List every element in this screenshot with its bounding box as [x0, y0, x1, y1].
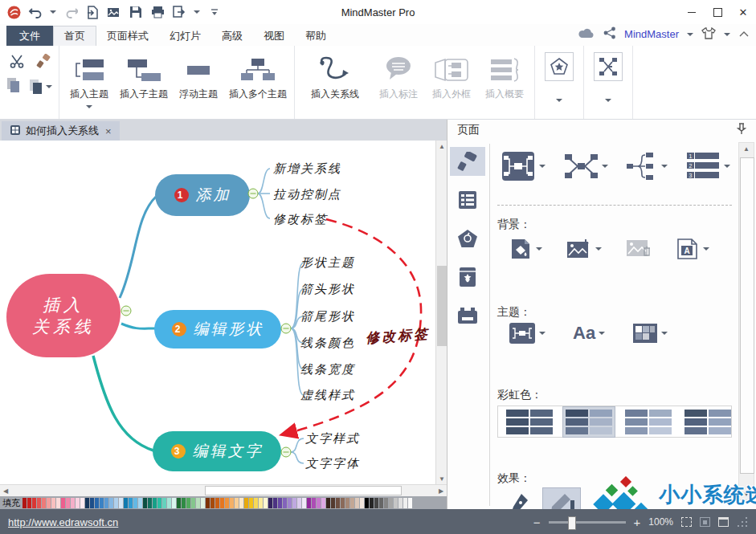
- layout-mindmap-caret[interactable]: [539, 165, 546, 168]
- color-swatch[interactable]: [119, 498, 123, 508]
- vertical-scroll-thumb[interactable]: [437, 266, 447, 346]
- color-swatch[interactable]: [191, 498, 195, 508]
- insert-frame-button[interactable]: 插入外框: [425, 51, 478, 103]
- color-swatch[interactable]: [172, 498, 176, 508]
- color-swatch[interactable]: [129, 498, 133, 508]
- insert-topic-button[interactable]: 插入主题: [63, 51, 116, 110]
- collapse-edit-text[interactable]: [281, 447, 292, 458]
- subtopic[interactable]: 拉动控制点: [273, 187, 341, 202]
- customize-toolbar-icon[interactable]: [207, 5, 222, 19]
- panel-scroll-up-icon[interactable]: ▲: [739, 143, 754, 154]
- tab-advanced[interactable]: 高级: [211, 26, 253, 46]
- pin-icon[interactable]: [737, 123, 746, 137]
- color-swatch[interactable]: [104, 498, 108, 508]
- color-swatch[interactable]: [389, 498, 393, 508]
- insert-callout-button[interactable]: 插入标注: [372, 51, 425, 103]
- color-swatch[interactable]: [177, 498, 181, 508]
- zoom-slider[interactable]: [549, 521, 626, 524]
- color-swatch[interactable]: [162, 498, 166, 508]
- color-swatch[interactable]: [206, 498, 210, 508]
- color-swatch[interactable]: [100, 498, 104, 508]
- color-swatch[interactable]: [27, 498, 31, 508]
- color-swatch[interactable]: [201, 498, 205, 508]
- topic-edit-shape[interactable]: 2 编辑形状: [154, 310, 281, 349]
- subtopic[interactable]: 文字字体: [305, 456, 360, 471]
- insert-subtopic-button[interactable]: 插入子主题: [116, 51, 172, 103]
- rainbow-option-3[interactable]: [622, 406, 675, 438]
- horizontal-scroll-thumb[interactable]: [205, 486, 402, 495]
- color-swatch[interactable]: [32, 498, 36, 508]
- color-swatch[interactable]: [51, 498, 55, 508]
- color-swatch[interactable]: [350, 498, 354, 508]
- color-swatch[interactable]: [167, 498, 171, 508]
- theme-color-caret[interactable]: [661, 332, 668, 335]
- color-swatch[interactable]: [394, 498, 398, 508]
- color-swatch[interactable]: [307, 498, 311, 508]
- insert-relation-button[interactable]: 插入关系线: [298, 51, 372, 103]
- color-swatch[interactable]: [379, 498, 383, 508]
- color-swatch[interactable]: [249, 498, 253, 508]
- document-tab-close-icon[interactable]: ×: [105, 125, 112, 137]
- color-swatch[interactable]: [321, 498, 325, 508]
- color-swatch[interactable]: [278, 498, 282, 508]
- scroll-down-icon[interactable]: ▼: [436, 473, 447, 484]
- color-swatch[interactable]: [210, 498, 215, 508]
- tab-file[interactable]: 文件: [6, 26, 53, 46]
- background-fill-caret[interactable]: [536, 247, 542, 251]
- panel-tab-clipart[interactable]: [450, 224, 485, 253]
- color-swatch[interactable]: [370, 498, 374, 508]
- color-swatch[interactable]: [273, 498, 277, 508]
- color-swatch[interactable]: [345, 498, 349, 508]
- color-swatch[interactable]: [37, 498, 41, 508]
- format-painter-icon[interactable]: [36, 54, 51, 71]
- color-swatch[interactable]: [196, 498, 200, 508]
- zoom-slider-thumb[interactable]: [568, 516, 576, 530]
- tab-page-style[interactable]: 页面样式: [96, 26, 159, 46]
- color-swatch[interactable]: [268, 498, 272, 508]
- panel-scrollbar[interactable]: ▲ ▼: [738, 142, 754, 500]
- color-swatch[interactable]: [360, 498, 364, 508]
- document-tab[interactable]: 如何插入关系线 ×: [2, 121, 120, 141]
- canvas-horizontal-scrollbar[interactable]: ◀ ▶: [0, 484, 447, 496]
- undo-button[interactable]: [28, 5, 43, 19]
- color-swatch[interactable]: [374, 498, 378, 508]
- tshirt-icon[interactable]: [701, 27, 716, 42]
- watermark-caret[interactable]: [703, 247, 709, 251]
- color-swatch[interactable]: [312, 498, 316, 508]
- resize-grip[interactable]: [737, 516, 748, 528]
- color-swatch[interactable]: [42, 498, 46, 508]
- color-swatch[interactable]: [22, 498, 27, 508]
- canvas-vertical-scrollbar[interactable]: ▲ ▼: [435, 141, 447, 484]
- zoom-out-button[interactable]: −: [533, 516, 541, 529]
- layout-option-tree[interactable]: [626, 150, 668, 182]
- color-swatch[interactable]: [288, 498, 292, 508]
- zoom-in-button[interactable]: +: [634, 516, 641, 529]
- color-swatch[interactable]: [138, 498, 142, 508]
- color-swatch[interactable]: [384, 498, 388, 508]
- layout-option-mindmap[interactable]: [501, 150, 546, 182]
- color-swatch[interactable]: [302, 498, 306, 508]
- background-image-button[interactable]: [566, 238, 602, 259]
- color-swatch[interactable]: [153, 498, 157, 508]
- layout-radial-caret[interactable]: [602, 165, 608, 168]
- theme-font-button[interactable]: Aa: [573, 323, 605, 344]
- color-swatch[interactable]: [56, 498, 60, 508]
- topic-add[interactable]: 1 添加: [155, 174, 250, 216]
- insert-summary-button[interactable]: 插入概要: [478, 51, 531, 103]
- fit-width-icon[interactable]: [718, 517, 729, 527]
- color-swatch[interactable]: [71, 498, 75, 508]
- print-icon[interactable]: [150, 5, 165, 19]
- account-label[interactable]: MindMaster: [624, 28, 679, 40]
- color-swatch[interactable]: [220, 498, 224, 508]
- connector-caret[interactable]: [605, 99, 611, 102]
- color-swatch[interactable]: [215, 498, 219, 508]
- close-button[interactable]: ✕: [730, 1, 756, 23]
- color-swatch[interactable]: [326, 498, 330, 508]
- maximize-button[interactable]: [705, 1, 730, 23]
- subtopic[interactable]: 线条颜色: [300, 336, 355, 351]
- export-icon[interactable]: [172, 5, 186, 19]
- theme-style-button[interactable]: [509, 322, 546, 344]
- color-swatch[interactable]: [133, 498, 137, 508]
- tab-slideshow[interactable]: 幻灯片: [159, 26, 211, 46]
- color-swatch[interactable]: [157, 498, 161, 508]
